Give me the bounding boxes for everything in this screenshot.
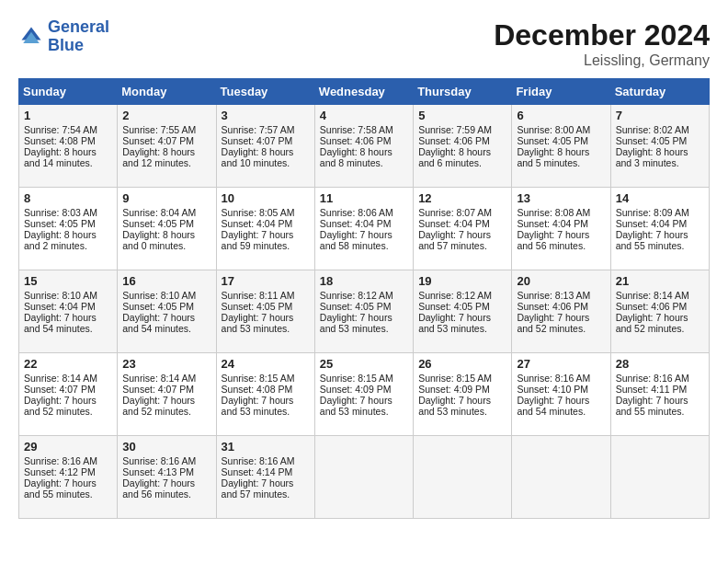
- day-info-line: Daylight: 8 hours: [517, 146, 589, 157]
- calendar-cell: 9Sunrise: 8:04 AMSunset: 4:05 PMDaylight…: [118, 188, 216, 270]
- day-info-line: Sunrise: 8:13 AM: [517, 290, 590, 301]
- day-info-line: Sunrise: 7:55 AM: [122, 124, 196, 135]
- day-info-line: Sunrise: 8:14 AM: [616, 290, 689, 301]
- day-info-line: Daylight: 7 hours: [24, 312, 97, 323]
- calendar-cell: 2Sunrise: 7:55 AMSunset: 4:07 PMDaylight…: [118, 105, 216, 188]
- day-info-line: Sunset: 4:12 PM: [24, 466, 96, 477]
- day-info-line: Daylight: 7 hours: [222, 477, 294, 488]
- day-info-line: Sunrise: 8:07 AM: [418, 207, 492, 218]
- calendar-cell: 6Sunrise: 8:00 AMSunset: 4:05 PMDaylight…: [512, 105, 610, 188]
- weekday-header: Sunday: [19, 79, 118, 105]
- day-info-line: Sunset: 4:04 PM: [517, 218, 588, 229]
- day-info-line: Daylight: 7 hours: [320, 229, 392, 240]
- calendar-cell: 28Sunrise: 8:16 AMSunset: 4:11 PMDayligh…: [610, 353, 709, 436]
- day-info-line: Sunset: 4:07 PM: [122, 384, 194, 395]
- day-info-line: Sunset: 4:05 PM: [122, 218, 194, 229]
- day-info-line: Sunset: 4:05 PM: [222, 301, 293, 312]
- day-info-line: and 2 minutes.: [24, 240, 87, 251]
- day-info-line: and 5 minutes.: [517, 157, 580, 168]
- day-info-line: Sunrise: 7:57 AM: [222, 124, 295, 135]
- day-number: 9: [122, 191, 210, 205]
- calendar-cell: 7Sunrise: 8:02 AMSunset: 4:05 PMDaylight…: [610, 105, 709, 188]
- day-info-line: and 53 minutes.: [320, 406, 389, 417]
- day-info-line: and 8 minutes.: [320, 157, 383, 168]
- day-info-line: Sunrise: 7:54 AM: [24, 124, 97, 135]
- day-number: 14: [616, 191, 704, 205]
- day-info-line: Sunrise: 8:08 AM: [517, 207, 590, 218]
- day-number: 8: [24, 191, 112, 205]
- day-number: 13: [517, 191, 605, 205]
- day-info-line: and 3 minutes.: [616, 157, 679, 168]
- logo-line1: General: [48, 17, 109, 36]
- day-number: 7: [616, 109, 704, 122]
- day-info-line: Sunrise: 8:12 AM: [320, 290, 393, 301]
- day-number: 19: [418, 274, 506, 288]
- day-info-line: and 53 minutes.: [418, 406, 487, 417]
- day-info-line: and 52 minutes.: [616, 323, 685, 334]
- calendar-cell: 31Sunrise: 8:16 AMSunset: 4:14 PMDayligh…: [216, 436, 314, 519]
- month-title: December 2024: [494, 18, 710, 52]
- day-info-line: Sunset: 4:05 PM: [418, 301, 490, 312]
- calendar-cell: 16Sunrise: 8:10 AMSunset: 4:05 PMDayligh…: [118, 270, 216, 353]
- calendar-week-row: 15Sunrise: 8:10 AMSunset: 4:04 PMDayligh…: [19, 270, 710, 353]
- calendar-cell: 5Sunrise: 7:59 AMSunset: 4:06 PMDaylight…: [414, 105, 512, 188]
- day-info-line: and 55 minutes.: [24, 488, 93, 500]
- calendar-cell: 11Sunrise: 8:06 AMSunset: 4:04 PMDayligh…: [314, 188, 413, 270]
- day-info-line: Sunrise: 8:10 AM: [122, 290, 196, 301]
- day-info-line: Daylight: 7 hours: [122, 477, 195, 488]
- day-info-line: and 57 minutes.: [222, 488, 290, 500]
- day-info-line: Sunset: 4:09 PM: [418, 384, 490, 395]
- day-info-line: Daylight: 7 hours: [320, 312, 392, 323]
- logo: General Blue: [18, 18, 109, 55]
- day-info-line: Sunrise: 8:05 AM: [222, 207, 295, 218]
- day-number: 27: [517, 357, 605, 371]
- day-info-line: and 55 minutes.: [616, 240, 685, 251]
- calendar-cell: 4Sunrise: 7:58 AMSunset: 4:06 PMDaylight…: [314, 105, 413, 188]
- day-number: 24: [222, 357, 310, 371]
- calendar-cell: 26Sunrise: 8:15 AMSunset: 4:09 PMDayligh…: [414, 353, 512, 436]
- day-info-line: Daylight: 7 hours: [24, 395, 97, 406]
- calendar-cell: 29Sunrise: 8:16 AMSunset: 4:12 PMDayligh…: [19, 436, 118, 519]
- day-info-line: Daylight: 7 hours: [616, 395, 688, 406]
- day-info-line: Sunset: 4:06 PM: [418, 135, 490, 146]
- calendar-cell: 13Sunrise: 8:08 AMSunset: 4:04 PMDayligh…: [512, 188, 610, 270]
- weekday-header: Wednesday: [314, 79, 413, 105]
- day-info-line: Sunset: 4:05 PM: [616, 135, 688, 146]
- day-info-line: Daylight: 8 hours: [616, 146, 688, 157]
- logo-line2: Blue: [48, 36, 84, 54]
- location-title: Leissling, Germany: [494, 52, 710, 69]
- day-info-line: Sunset: 4:04 PM: [320, 218, 392, 229]
- day-info-line: Sunset: 4:05 PM: [320, 301, 392, 312]
- calendar-cell: [610, 436, 709, 519]
- day-info-line: and 12 minutes.: [122, 157, 191, 168]
- day-info-line: and 6 minutes.: [418, 157, 482, 168]
- calendar-week-row: 1Sunrise: 7:54 AMSunset: 4:08 PMDaylight…: [19, 105, 710, 188]
- day-info-line: Daylight: 8 hours: [122, 229, 195, 240]
- day-info-line: Sunrise: 8:16 AM: [616, 373, 689, 384]
- calendar-cell: 30Sunrise: 8:16 AMSunset: 4:13 PMDayligh…: [118, 436, 216, 519]
- calendar-week-row: 22Sunrise: 8:14 AMSunset: 4:07 PMDayligh…: [19, 353, 710, 436]
- day-info-line: and 0 minutes.: [122, 240, 186, 251]
- title-area: December 2024 Leissling, Germany: [494, 18, 710, 69]
- day-info-line: Sunset: 4:07 PM: [24, 384, 96, 395]
- day-info-line: and 56 minutes.: [122, 488, 191, 500]
- day-info-line: Daylight: 7 hours: [517, 312, 589, 323]
- day-info-line: Daylight: 7 hours: [222, 395, 294, 406]
- calendar-cell: 8Sunrise: 8:03 AMSunset: 4:05 PMDaylight…: [19, 188, 118, 270]
- day-info-line: Sunset: 4:07 PM: [122, 135, 194, 146]
- calendar-cell: [512, 436, 610, 519]
- day-info-line: and 58 minutes.: [320, 240, 389, 251]
- day-info-line: Sunset: 4:04 PM: [222, 218, 293, 229]
- day-number: 4: [320, 109, 408, 122]
- day-info-line: Daylight: 7 hours: [418, 312, 491, 323]
- day-info-line: Daylight: 7 hours: [24, 477, 97, 488]
- day-number: 3: [222, 109, 310, 122]
- day-info-line: Daylight: 7 hours: [616, 229, 688, 240]
- day-info-line: Sunset: 4:09 PM: [320, 384, 392, 395]
- day-info-line: Sunrise: 7:59 AM: [418, 124, 492, 135]
- calendar-week-row: 8Sunrise: 8:03 AMSunset: 4:05 PMDaylight…: [19, 188, 710, 270]
- day-info-line: and 53 minutes.: [418, 323, 487, 334]
- day-number: 5: [418, 109, 506, 122]
- day-number: 11: [320, 191, 408, 205]
- day-info-line: Sunset: 4:05 PM: [517, 135, 588, 146]
